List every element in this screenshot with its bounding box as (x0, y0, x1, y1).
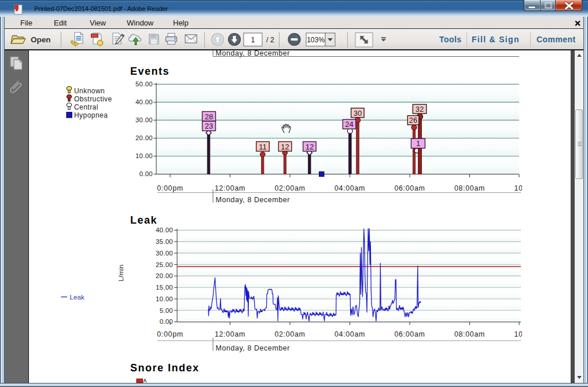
svg-text:20.00: 20.00 (156, 272, 173, 279)
svg-text:12:00am: 12:00am (215, 184, 245, 192)
svg-text:12: 12 (306, 143, 314, 151)
svg-text:12: 12 (281, 143, 289, 151)
svg-text:30.00: 30.00 (135, 116, 153, 123)
svg-text:23: 23 (205, 122, 213, 130)
svg-text:32: 32 (416, 105, 424, 114)
svg-text:1: 1 (251, 36, 255, 44)
svg-text:25.00: 25.00 (156, 261, 173, 268)
svg-text:Obstructive: Obstructive (74, 95, 112, 103)
svg-text:35.00: 35.00 (156, 238, 173, 245)
svg-text:Monday, 8 December: Monday, 8 December (216, 344, 290, 352)
svg-text:04:00am: 04:00am (335, 184, 365, 192)
svg-text:12:00am: 12:00am (215, 330, 245, 338)
svg-text:Events: Events (130, 65, 170, 77)
svg-text:L/min: L/min (117, 264, 124, 281)
svg-text:26: 26 (409, 116, 417, 125)
svg-text:40.00: 40.00 (156, 227, 173, 233)
svg-text:10:00am: 10:00am (514, 330, 545, 338)
svg-text:06:00am: 06:00am (394, 184, 425, 192)
svg-text:08:00am: 08:00am (454, 330, 485, 338)
svg-text:30.00: 30.00 (156, 250, 173, 257)
svg-text:Unknown: Unknown (74, 87, 105, 95)
svg-text:1: 1 (416, 139, 420, 148)
svg-text:/ 2: / 2 (266, 36, 274, 44)
svg-text:02:00am: 02:00am (274, 330, 305, 338)
svg-text:10:00am: 10:00am (514, 184, 545, 192)
svg-text:Central: Central (74, 103, 98, 111)
svg-text:50.00: 50.00 (135, 81, 153, 87)
svg-text:103%: 103% (307, 36, 325, 44)
svg-text:28: 28 (205, 112, 213, 121)
svg-text:04:00am: 04:00am (335, 330, 365, 338)
svg-text:0:00pm: 0:00pm (157, 184, 183, 192)
svg-text:Monday, 8 December: Monday, 8 December (216, 196, 290, 204)
svg-text:Leak: Leak (130, 214, 157, 226)
svg-text:0.00: 0.00 (160, 318, 173, 325)
svg-text:Leak: Leak (70, 294, 85, 301)
svg-text:20.00: 20.00 (135, 134, 153, 141)
svg-text:24: 24 (345, 120, 353, 129)
svg-text:10.00: 10.00 (156, 295, 173, 302)
svg-text:Snore Index: Snore Index (130, 362, 200, 374)
svg-text:10.00: 10.00 (135, 152, 153, 159)
svg-text:30: 30 (354, 109, 362, 118)
svg-text:5.00: 5.00 (160, 307, 173, 314)
svg-text:08:00am: 08:00am (454, 184, 485, 192)
svg-text:0:00pm: 0:00pm (157, 330, 183, 338)
svg-text:02:00am: 02:00am (274, 184, 305, 192)
svg-text:Hypopnea: Hypopnea (74, 111, 108, 119)
svg-text:0.00: 0.00 (139, 170, 153, 177)
svg-text:11: 11 (259, 143, 267, 151)
svg-text:06:00am: 06:00am (394, 330, 425, 338)
svg-text:15.00: 15.00 (156, 284, 173, 291)
svg-text:40.00: 40.00 (135, 98, 153, 105)
